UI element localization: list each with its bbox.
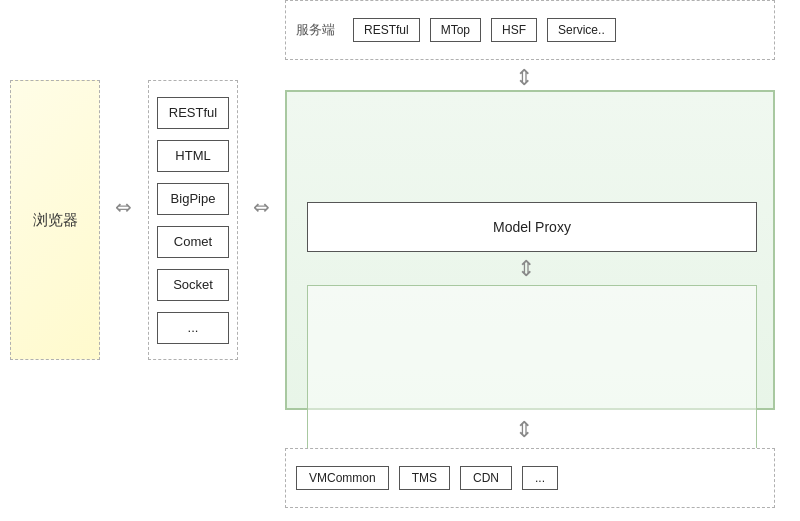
arrow-mid	[517, 255, 535, 283]
protocol-item-more: ...	[157, 312, 229, 344]
service-chip-service: Service..	[547, 18, 616, 42]
model-proxy-label: Model Proxy	[493, 219, 571, 235]
double-arrow-horizontal-1	[115, 195, 132, 219]
service-chip-hsf: HSF	[491, 18, 537, 42]
double-arrow-horizontal-2	[253, 195, 270, 219]
bottom-chip-tms: TMS	[399, 466, 450, 490]
protocol-list-block: RESTful HTML BigPipe Comet Socket ...	[148, 80, 238, 360]
arrow-bottom	[515, 415, 533, 445]
browser-block: 浏览器	[10, 80, 100, 360]
double-arrow-vertical-top	[515, 65, 533, 91]
protocol-item-html: HTML	[157, 140, 229, 172]
inner-green-box: Model Proxy Node服务	[285, 90, 775, 410]
browser-label: 浏览器	[33, 211, 78, 230]
service-top-block: 服务端 RESTful MTop HSF Service..	[285, 0, 775, 60]
model-proxy-box: Model Proxy	[307, 202, 757, 252]
double-arrow-vertical-mid	[517, 256, 535, 282]
arrow-protocol-main	[241, 195, 281, 219]
double-arrow-vertical-bottom	[515, 417, 533, 443]
protocol-item-restful: RESTful	[157, 97, 229, 129]
diagram-container: 浏览器 RESTful HTML BigPipe Comet Socket ..…	[0, 0, 800, 521]
protocol-item-socket: Socket	[157, 269, 229, 301]
protocol-item-bigpipe: BigPipe	[157, 183, 229, 215]
bottom-chip-more: ...	[522, 466, 558, 490]
service-top-label: 服务端	[296, 21, 335, 39]
bottom-chip-vmcommon: VMCommon	[296, 466, 389, 490]
service-chip-restful: RESTful	[353, 18, 420, 42]
arrow-top-down	[515, 63, 533, 93]
bottom-services-block: VMCommon TMS CDN ...	[285, 448, 775, 508]
main-area: 服务端 RESTful MTop HSF Service.. Model Pro…	[285, 0, 785, 521]
bottom-chip-cdn: CDN	[460, 466, 512, 490]
service-chip-mtop: MTop	[430, 18, 481, 42]
arrow-browser-protocol	[103, 195, 143, 219]
protocol-item-comet: Comet	[157, 226, 229, 258]
